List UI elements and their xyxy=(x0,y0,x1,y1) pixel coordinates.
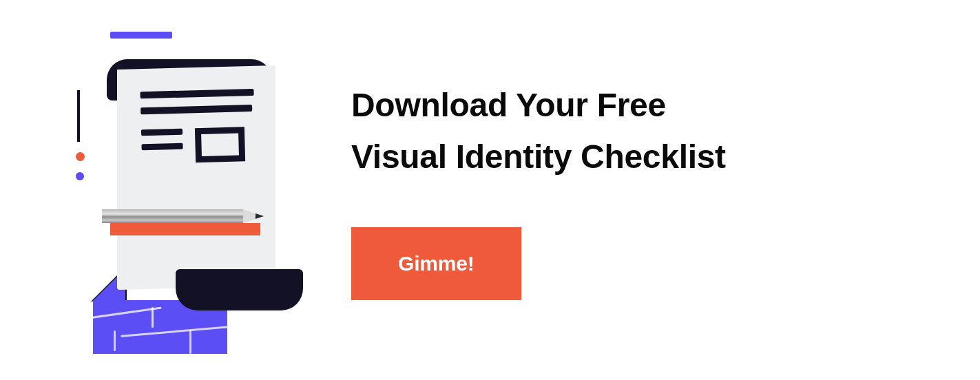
vertical-line-icon xyxy=(77,90,80,142)
banner-content: Download Your Free Visual Identity Check… xyxy=(351,80,980,300)
paper-content-lines-icon xyxy=(140,89,259,173)
banner-heading: Download Your Free Visual Identity Check… xyxy=(351,80,980,182)
pencil-shadow-icon xyxy=(110,223,260,235)
pencil-icon xyxy=(102,209,264,223)
purple-dot-icon xyxy=(76,172,84,180)
banner-container: Download Your Free Visual Identity Check… xyxy=(0,18,980,362)
heading-line-2: Visual Identity Checklist xyxy=(351,138,726,175)
accent-bar-icon xyxy=(110,32,172,39)
paper-curl-bottom-icon xyxy=(176,269,303,310)
download-button[interactable]: Gimme! xyxy=(351,227,521,300)
checklist-illustration xyxy=(41,18,303,362)
orange-dot-icon xyxy=(76,152,85,161)
heading-line-1: Download Your Free xyxy=(351,87,666,123)
